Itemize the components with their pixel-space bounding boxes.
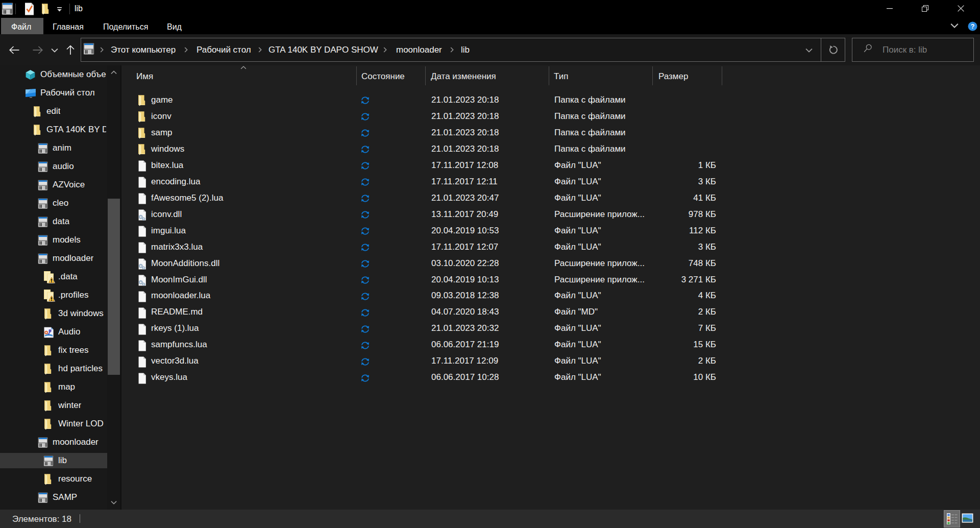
svg-text:?: ?: [971, 23, 975, 30]
